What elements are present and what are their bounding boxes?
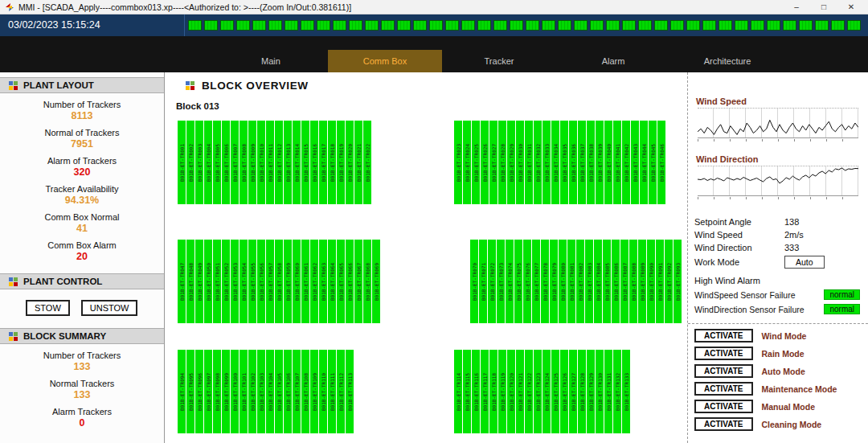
tracker-bar[interactable]: B01B-ET-TR075 [514, 240, 522, 323]
commbox-status-block[interactable] [831, 20, 845, 31]
tracker-bar[interactable]: B01B-ET-TR004 [204, 121, 212, 204]
tracker-bar[interactable]: B01B-ET-TR053 [231, 240, 239, 323]
commbox-status-block[interactable] [686, 20, 700, 31]
tracker-bar[interactable]: B01B-ET-TR072 [488, 240, 496, 323]
activate-rain-mode-button[interactable]: ACTIVATE [694, 347, 753, 360]
tracker-bar[interactable]: B01B-ET-TR125 [551, 350, 559, 433]
commbox-status-block[interactable] [590, 20, 604, 31]
tracker-bar[interactable]: B01B-ET-TR091 [656, 240, 664, 323]
tracker-bar[interactable]: B01B-ET-TR046 [657, 121, 665, 204]
commbox-status-block[interactable] [783, 20, 796, 31]
commbox-status-block[interactable] [815, 20, 829, 31]
tracker-bar[interactable]: B01B-ET-TR108 [301, 350, 309, 433]
commbox-status-block[interactable] [542, 20, 555, 31]
tracker-bar[interactable]: B01B-ET-TR049 [195, 240, 203, 323]
tracker-bar[interactable]: B01B-ET-TR086 [612, 240, 620, 323]
commbox-status-block[interactable] [670, 20, 684, 31]
activate-cleaning-mode-button[interactable]: ACTIVATE [694, 417, 753, 431]
tracker-bar[interactable]: B01B-ET-TR067 [354, 240, 362, 323]
tracker-bar[interactable]: B01B-ET-TR123 [534, 350, 542, 433]
tracker-bar[interactable]: B01B-ET-TR087 [620, 240, 628, 323]
activate-maintenance-mode-button[interactable]: ACTIVATE [694, 382, 753, 396]
activate-wind-mode-button[interactable]: ACTIVATE [694, 329, 753, 343]
tracker-bar[interactable]: B01B-ET-TR130 [596, 350, 604, 433]
tracker-bar[interactable]: B01B-ET-TR010 [257, 121, 265, 204]
tracker-bar[interactable]: B01B-ET-TR073 [497, 240, 505, 323]
tab-architecture[interactable]: Architecture [670, 50, 784, 72]
tracker-bar[interactable]: B01B-ET-TR003 [195, 121, 203, 204]
tracker-bar[interactable]: B01B-ET-TR001 [178, 121, 186, 204]
tracker-bar[interactable]: B01B-ET-TR082 [576, 240, 584, 323]
tracker-bar[interactable]: B01B-ET-TR127 [569, 350, 577, 433]
tracker-bar[interactable]: B01B-ET-TR019 [337, 121, 345, 204]
tracker-bar[interactable]: B01B-ET-TR084 [594, 240, 602, 323]
tracker-bar[interactable]: B01B-ET-TR118 [489, 350, 497, 433]
tracker-bar[interactable]: B01B-ET-TR069 [372, 240, 380, 323]
commbox-status-block[interactable] [445, 20, 459, 31]
commbox-status-block[interactable] [381, 20, 395, 31]
commbox-status-block[interactable] [220, 20, 234, 31]
tracker-bar[interactable]: B01B-ET-TR055 [248, 240, 256, 323]
tracker-bar[interactable]: B01B-ET-TR025 [472, 121, 480, 204]
tracker-bar[interactable]: B01B-ET-TR051 [213, 240, 221, 323]
tracker-bar[interactable]: B01B-ET-TR128 [578, 350, 586, 433]
tracker-bar[interactable]: B01B-ET-TR112 [337, 350, 345, 433]
tracker-bar[interactable]: B01B-ET-TR044 [640, 121, 648, 204]
tracker-bar[interactable]: B01B-ET-TR096 [195, 350, 203, 433]
tracker-bar[interactable]: B01B-ET-TR089 [638, 240, 646, 323]
commbox-status-block[interactable] [236, 20, 250, 31]
commbox-status-block[interactable] [268, 20, 282, 31]
tracker-bar[interactable]: B01B-ET-TR041 [613, 121, 621, 204]
unstow-button[interactable]: UNSTOW [81, 300, 138, 316]
tracker-bar[interactable]: B01B-ET-TR012 [275, 121, 283, 204]
tracker-bar[interactable]: B01B-ET-TR034 [551, 121, 559, 204]
tracker-bar[interactable]: B01B-ET-TR074 [506, 240, 514, 323]
tracker-bar[interactable]: B01B-ET-TR095 [186, 350, 194, 433]
tracker-bar[interactable]: B01B-ET-TR002 [186, 121, 194, 204]
tracker-bar[interactable]: B01B-ET-TR093 [674, 240, 682, 323]
tracker-bar[interactable]: B01B-ET-TR016 [310, 121, 318, 204]
tracker-bar[interactable]: B01B-ET-TR104 [266, 350, 274, 433]
tracker-bar[interactable]: B01B-ET-TR022 [363, 121, 371, 204]
tracker-bar[interactable]: B01B-ET-TR009 [248, 121, 256, 204]
tracker-bar[interactable]: B01B-ET-TR038 [587, 121, 595, 204]
tracker-bar[interactable]: B01B-ET-TR036 [569, 121, 577, 204]
tracker-bar[interactable]: B01B-ET-TR079 [550, 240, 558, 323]
tracker-bar[interactable]: B01B-ET-TR014 [293, 121, 301, 204]
commbox-status-block[interactable] [413, 20, 427, 31]
tracker-bar[interactable]: B01B-ET-TR114 [454, 350, 462, 433]
tracker-bar[interactable]: B01B-ET-TR110 [319, 350, 327, 433]
tracker-bar[interactable]: B01B-ET-TR120 [507, 350, 515, 433]
tracker-bar[interactable]: B01B-ET-TR026 [481, 121, 489, 204]
tracker-bar[interactable]: B01B-ET-TR052 [222, 240, 230, 323]
tracker-bar[interactable]: B01B-ET-TR070 [470, 240, 478, 323]
tracker-bar[interactable]: B01B-ET-TR039 [596, 121, 604, 204]
tracker-bar[interactable]: B01B-ET-TR027 [489, 121, 497, 204]
commbox-status-block[interactable] [461, 20, 475, 31]
tracker-bar[interactable]: B01B-ET-TR111 [328, 350, 336, 433]
tracker-bar[interactable]: B01B-ET-TR008 [240, 121, 248, 204]
tracker-bar[interactable]: B01B-ET-TR029 [507, 121, 515, 204]
tracker-bar[interactable]: B01B-ET-TR098 [213, 350, 221, 433]
tracker-bar[interactable]: B01B-ET-TR102 [248, 350, 256, 433]
tracker-bar[interactable]: B01B-ET-TR030 [516, 121, 524, 204]
activate-manual-mode-button[interactable]: ACTIVATE [694, 400, 753, 413]
tracker-bar[interactable]: B01B-ET-TR042 [622, 121, 630, 204]
commbox-status-block[interactable] [301, 20, 314, 31]
commbox-status-block[interactable] [526, 20, 539, 31]
commbox-status-block[interactable] [317, 20, 330, 31]
commbox-status-block[interactable] [188, 20, 202, 31]
work-mode-button[interactable]: Auto [784, 256, 825, 269]
commbox-status-block[interactable] [735, 20, 748, 31]
tracker-bar[interactable]: B01B-ET-TR109 [310, 350, 318, 433]
tracker-bar[interactable]: B01B-ET-TR047 [178, 240, 186, 323]
tracker-bar[interactable]: B01B-ET-TR099 [222, 350, 230, 433]
commbox-status-block[interactable] [799, 20, 813, 31]
commbox-status-block[interactable] [751, 20, 764, 31]
tracker-bar[interactable]: B01B-ET-TR126 [560, 350, 568, 433]
tracker-bar[interactable]: B01B-ET-TR068 [363, 240, 371, 323]
commbox-status-block[interactable] [477, 20, 491, 31]
tracker-bar[interactable]: B01B-ET-TR056 [257, 240, 265, 323]
tracker-bar[interactable]: B01B-ET-TR133 [622, 350, 630, 433]
tracker-bar[interactable]: B01B-ET-TR054 [240, 240, 248, 323]
